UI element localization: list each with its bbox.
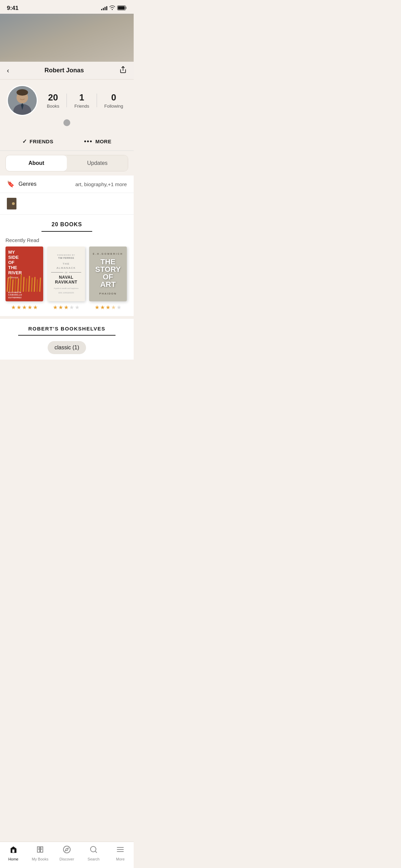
svg-line-17: [32, 278, 32, 292]
friends-label: Friends: [74, 104, 89, 109]
scroll-indicator: [7, 119, 127, 126]
tab-updates[interactable]: Updates: [67, 155, 128, 171]
svg-point-7: [16, 89, 28, 96]
action-buttons: ✓ FRIENDS ••• MORE: [0, 135, 134, 146]
share-button[interactable]: [119, 66, 127, 75]
avatar: [7, 85, 38, 116]
books-section: 20 BOOKS Recently Read MYSIDEOFTHERIVER …: [0, 215, 134, 316]
book-card-2[interactable]: Foreword by TIM FERRISS THEALMANACK OF N…: [47, 246, 85, 311]
recently-read-label: Recently Read: [0, 232, 134, 246]
genres-values: art, biography,+1 more: [75, 181, 127, 187]
following-label: Following: [104, 104, 123, 109]
friends-count: 1: [79, 92, 84, 103]
tab-about[interactable]: About: [6, 155, 67, 171]
more-button-label: MORE: [95, 138, 111, 144]
svg-line-9: [10, 276, 11, 292]
svg-line-12: [18, 279, 19, 292]
ellipsis-icon: •••: [84, 138, 93, 145]
friends-button-label: FRIENDS: [29, 138, 53, 144]
genres-label: Genres: [19, 181, 36, 187]
bookmark-icon: 🔖: [7, 180, 14, 188]
books-label: Books: [47, 104, 59, 109]
books-count: 20: [48, 92, 58, 103]
shelf-tag-classic[interactable]: classic (1): [48, 341, 86, 354]
svg-line-11: [15, 277, 16, 292]
profile-top: 20 Books 1 Friends 0 Following: [7, 85, 127, 116]
svg-line-14: [23, 277, 24, 292]
divider: [0, 150, 134, 151]
book-icon: [7, 198, 16, 209]
svg-line-15: [26, 279, 27, 292]
icon-row: [0, 193, 134, 215]
book-card-3[interactable]: E.H.GOMBRICH THESTORYOFART PHAIDON ★ ★ ★…: [89, 246, 127, 311]
shelf-tags: classic (1): [0, 336, 134, 360]
following-count: 0: [111, 92, 116, 103]
svg-line-10: [12, 280, 13, 292]
navigation-bar: ‹ Robert Jonas: [0, 62, 134, 80]
svg-line-8: [7, 278, 8, 292]
bookshelves-header: ROBERT'S BOOKSHELVES: [18, 326, 116, 336]
book-stars-2: ★ ★ ★ ★ ★: [53, 304, 80, 311]
bookshelves-section: ROBERT'S BOOKSHELVES classic (1): [0, 319, 134, 360]
status-bar: 9:41: [0, 0, 134, 14]
back-button[interactable]: ‹: [7, 67, 9, 74]
page-title: Robert Jonas: [45, 67, 84, 74]
stats-container: 20 Books 1 Friends 0 Following: [43, 92, 127, 109]
more-button[interactable]: ••• MORE: [84, 138, 111, 145]
svg-line-16: [29, 276, 29, 292]
book-card-1[interactable]: MYSIDEOFTHERIVER A Memoir: [5, 246, 43, 311]
wifi-icon: [109, 5, 115, 11]
book-stars-3: ★ ★ ★ ★ ★: [95, 304, 121, 311]
tab-bar: About Updates: [5, 155, 128, 171]
svg-line-19: [37, 280, 37, 292]
svg-line-20: [40, 278, 40, 292]
stat-friends[interactable]: 1 Friends: [74, 92, 89, 109]
book-shelf: MYSIDEOFTHERIVER A Memoir: [0, 246, 134, 316]
battery-icon: [117, 5, 127, 11]
stat-following[interactable]: 0 Following: [104, 92, 123, 109]
check-icon: ✓: [22, 138, 27, 145]
friends-button[interactable]: ✓ FRIENDS: [22, 138, 53, 145]
book-stars-1: ★ ★ ★ ★ ★: [11, 304, 38, 311]
cover-area: [0, 14, 134, 62]
status-icons: [101, 5, 127, 11]
svg-line-18: [34, 277, 35, 292]
stat-books[interactable]: 20 Books: [47, 92, 59, 109]
profile-section: 20 Books 1 Friends 0 Following: [0, 80, 134, 135]
signal-icon: [101, 6, 107, 10]
status-time: 9:41: [7, 5, 19, 12]
genres-row[interactable]: 🔖 Genres art, biography,+1 more: [0, 176, 134, 193]
svg-rect-1: [118, 6, 125, 10]
books-section-header: 20 BOOKS: [41, 221, 93, 232]
